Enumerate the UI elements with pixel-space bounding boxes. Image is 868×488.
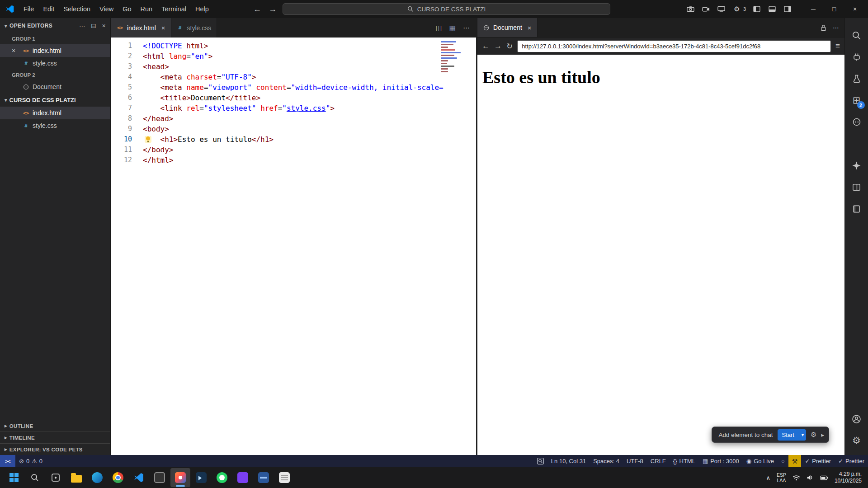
screencast-zoom-icon[interactable] — [533, 455, 547, 467]
maximize-button[interactable]: □ — [824, 0, 844, 18]
hidden-icons-chevron[interactable]: ∧ — [766, 474, 770, 481]
video-camera-icon[interactable] — [702, 5, 711, 14]
browser-forward-button[interactable]: → — [494, 42, 502, 51]
notes-app-icon[interactable] — [274, 468, 294, 487]
tree-item-style-css[interactable]: # style.css — [0, 119, 110, 132]
menu-edit[interactable]: Edit — [38, 0, 59, 18]
tab-document-preview[interactable]: Document × — [477, 18, 538, 37]
testing-beaker-icon[interactable] — [847, 68, 867, 89]
close-editor-icon[interactable]: × — [12, 47, 15, 54]
toggle-panel-icon[interactable] — [768, 5, 777, 14]
wifi-icon[interactable] — [793, 475, 800, 481]
remote-explorer-icon[interactable] — [847, 46, 867, 68]
start-button[interactable] — [4, 468, 24, 487]
vscode-icon[interactable] — [129, 468, 149, 487]
thunder-client-icon[interactable] — [847, 133, 867, 155]
keyboard-language-indicator[interactable]: ESP LAA — [777, 472, 786, 483]
volume-icon[interactable] — [807, 474, 814, 481]
terminal-app-icon[interactable] — [191, 468, 211, 487]
remote-indicator[interactable]: >< — [0, 455, 15, 467]
code-line[interactable]: 7 <link rel="stylesheet" href="style.css… — [111, 103, 476, 113]
code-line[interactable]: 1<!DOCTYPE html> — [111, 41, 476, 51]
ai-sparkle-icon[interactable] — [847, 155, 867, 176]
open-editor-document[interactable]: Document — [0, 80, 110, 93]
more-actions-icon[interactable]: ⋯ — [79, 22, 85, 29]
account-icon[interactable] — [847, 408, 867, 430]
purple-app-icon[interactable] — [233, 468, 253, 487]
browser-reload-button[interactable]: ↻ — [506, 42, 513, 51]
cursor-position[interactable]: Ln 10, Col 31 — [547, 455, 590, 467]
forward-button[interactable]: → — [269, 5, 277, 14]
copilot-chat-icon[interactable] — [847, 111, 867, 133]
code-line[interactable]: 5 <meta name="viewport" content="width=d… — [111, 82, 476, 93]
code-line[interactable]: 2<html lang="en"> — [111, 51, 476, 61]
whatsapp-icon[interactable] — [212, 468, 232, 487]
lock-icon[interactable] — [821, 24, 826, 31]
minimap[interactable] — [441, 41, 464, 72]
more-actions-icon[interactable]: ⋯ — [833, 24, 839, 31]
menu-run[interactable]: Run — [136, 0, 157, 18]
recorder-gear-icon[interactable]: ⚙ — [732, 5, 741, 14]
menu-help[interactable]: Help — [191, 0, 213, 18]
vscode-pets-section[interactable]: ▸ EXPLORER: VS CODE PETS — [0, 443, 110, 455]
screen-record-monitor-icon[interactable] — [717, 5, 726, 14]
chat-settings-gear-icon[interactable]: ⚙ — [811, 431, 816, 439]
code-editor[interactable]: 1<!DOCTYPE html>2<html lang="en">3<head>… — [111, 38, 476, 455]
close-button[interactable]: × — [844, 0, 865, 18]
format-tool-icon[interactable]: ⚒ — [788, 455, 802, 467]
tree-item-index-html[interactable]: <> index.html — [0, 107, 110, 119]
dark-app-icon[interactable] — [150, 468, 170, 487]
timeline-section[interactable]: ▸ TIMELINE — [0, 432, 110, 443]
back-button[interactable]: ← — [253, 5, 261, 14]
go-live-button[interactable]: ◉ Go Live — [743, 455, 778, 467]
clock[interactable]: 4:29 p.m. 10/10/2025 — [835, 471, 862, 484]
start-button[interactable]: Start ▾ — [778, 429, 807, 441]
code-line[interactable]: 3<head> — [111, 61, 476, 72]
file-explorer-icon[interactable] — [66, 468, 86, 487]
close-tab-icon[interactable]: × — [528, 24, 532, 32]
close-tab-icon[interactable]: × — [161, 24, 165, 32]
word-icon[interactable] — [254, 468, 274, 487]
chrome-icon[interactable] — [108, 468, 128, 487]
search-icon[interactable] — [847, 24, 867, 46]
split-editor-icon[interactable]: ◫ — [436, 24, 442, 32]
browser-back-button[interactable]: ← — [482, 42, 490, 51]
indentation[interactable]: Spaces: 4 — [590, 455, 623, 467]
active-recorder-app-icon[interactable] — [170, 468, 190, 487]
docs-book-icon[interactable] — [847, 198, 867, 220]
code-line[interactable]: 9<body> — [111, 124, 476, 134]
collapse-all-icon[interactable]: ⊟ — [91, 22, 96, 29]
menu-file[interactable]: File — [19, 0, 38, 18]
task-view-icon[interactable] — [46, 468, 66, 487]
minimize-button[interactable]: ─ — [803, 0, 824, 18]
taskbar-search-icon[interactable] — [25, 468, 45, 487]
editor-layout-icon[interactable]: ▦ — [449, 24, 456, 32]
lightbulb-icon[interactable] — [145, 136, 151, 143]
tab-index-html[interactable]: <> index.html × — [111, 18, 171, 38]
menu-selection[interactable]: Selection — [59, 0, 95, 18]
battery-icon[interactable] — [820, 475, 828, 480]
browser-menu-icon[interactable]: ≡ — [835, 42, 840, 51]
open-editor-style-css[interactable]: # style.css — [0, 57, 110, 70]
url-input[interactable] — [517, 40, 831, 52]
open-editors-header[interactable]: ▾ OPEN EDITORS ⋯ ⊟ × — [0, 18, 110, 33]
problems-indicator[interactable]: ⊘ 0 ⚠ 0 — [15, 455, 46, 467]
code-line[interactable]: 8</head> — [111, 113, 476, 124]
edge-icon[interactable] — [87, 468, 107, 487]
code-line[interactable]: 4 <meta charset="UTF-8"> — [111, 72, 476, 82]
extension-status-icon[interactable]: ○ — [778, 455, 788, 467]
prettier-status-1[interactable]: ✓ Prettier — [801, 455, 835, 467]
tab-style-css[interactable]: # style.css — [171, 18, 217, 38]
live-server-port[interactable]: ▦ Port : 3000 — [699, 455, 743, 467]
close-all-editors-icon[interactable]: × — [102, 22, 106, 29]
live-preview-icon[interactable] — [847, 176, 867, 198]
menu-terminal[interactable]: Terminal — [157, 0, 191, 18]
code-line[interactable]: 10 <h1>Esto es un titulo</h1> — [111, 134, 476, 145]
toggle-sidebar-icon[interactable] — [752, 5, 761, 14]
code-line[interactable]: 11</body> — [111, 145, 476, 155]
workspace-folder-header[interactable]: ▾ CURSO DE CSS PLATZI — [0, 93, 110, 107]
outline-section[interactable]: ▸ OUTLINE — [0, 420, 110, 432]
start-dropdown-icon[interactable]: ▾ — [799, 429, 806, 441]
open-editor-index-html[interactable]: × <> index.html — [0, 44, 110, 57]
encoding[interactable]: UTF-8 — [623, 455, 647, 467]
